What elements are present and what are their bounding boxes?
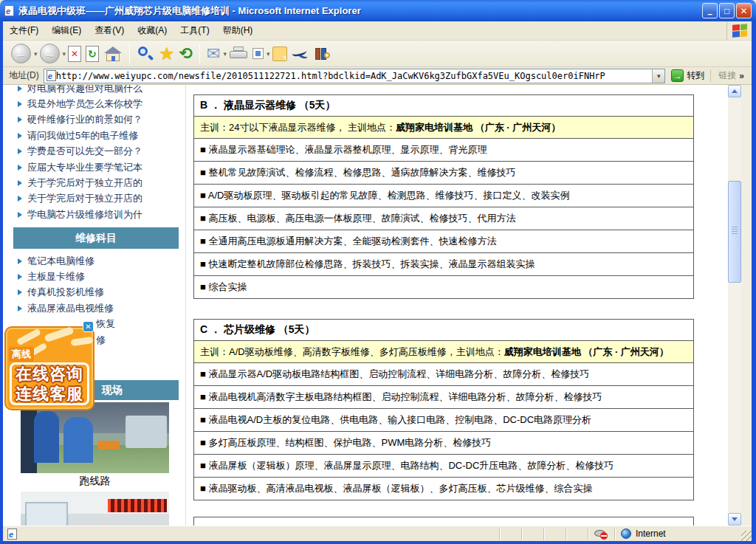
menu-file[interactable]: 文件(F) (3, 21, 45, 40)
sidebar-item-faq[interactable]: 对电脑有兴趣但对电脑什么 (13, 85, 182, 96)
photo-caption: 跑线路 (21, 475, 169, 488)
table-row: ■ A/D驱动板原理、驱动板引起的常见故障、检测思路、维修技巧、接口定义、改装实… (194, 184, 693, 207)
course-table-b: B ． 液晶显示器维修 （5天） 主训：24寸以下液晶显示器维修， 主训地点：威… (193, 94, 694, 299)
back-button[interactable]: ← (9, 42, 33, 66)
table-b-header: B ． 液晶显示器维修 （5天） (194, 95, 693, 116)
back-icon: ← (11, 44, 31, 63)
favorites-button[interactable]: ★ (157, 42, 177, 66)
address-input[interactable]: e http://www.weiyupc.com/newsfile/201051… (44, 69, 666, 83)
ie-page-icon: e (4, 5, 14, 16)
status-main-pane: e (3, 528, 499, 540)
toolbar: ← ▾ → ▾ ✕ ↻ ★ ⟲ ✉ ▾ ▾ (3, 41, 752, 67)
table-row: ■ 快速断定整机故障部位检修思路、拆装技巧、拆装实操、液晶显示器组装实操 (194, 252, 693, 275)
table-row: ■ 液晶屏板（逻辑板）原理、液晶屏显示原理、电路结构、DC-DC升压电路、故障分… (194, 454, 693, 477)
scroll-up-button[interactable] (728, 85, 741, 97)
online-service-ad[interactable]: 离线 在线咨询 连线客服 (4, 326, 94, 410)
sidebar-item-faq[interactable]: 应届大专毕业生要学笔记本 (13, 159, 182, 175)
table-row: ■ 多灯高压板原理、结构框图、保护电路、PWM电路分析、检修技巧 (194, 431, 693, 454)
refresh-button[interactable]: ↻ (83, 42, 101, 66)
sidebar-item-subject[interactable]: 主板显卡维修 (13, 269, 182, 284)
table-c-header: C ． 芯片级维修 （5天） (194, 320, 693, 340)
links-label: 链接 (718, 69, 736, 82)
resize-grip[interactable] (741, 531, 752, 541)
table-c-subheader: 主训：A/D驱动板维修、高清数字板维修、多灯高压板维修，主训地点：威翔家电培训基… (194, 340, 693, 362)
bullet-icon (18, 289, 22, 295)
bullet-icon (18, 148, 22, 154)
sidebar-item-subject[interactable]: 液晶屏液晶电视维修 (13, 300, 182, 316)
training-photo-workbench (21, 402, 169, 473)
menu-edit[interactable]: 编辑(E) (45, 21, 88, 40)
stop-button[interactable]: ✕ (66, 42, 83, 66)
go-label: 转到 (687, 69, 704, 82)
toolbar-separator (129, 44, 130, 63)
sidebar-item-faq[interactable]: 关于学完后对于独立开店的 (13, 191, 182, 207)
ad-close-button[interactable]: ✕ (83, 321, 94, 332)
note-icon (272, 47, 287, 61)
table-row: ■ 液晶驱动板、高清液晶电视板、液晶屏板（逻辑板）、多灯高压板、芯片级维修、综合… (194, 477, 693, 500)
status-pane (566, 528, 588, 540)
mail-button[interactable]: ✉ (205, 42, 222, 66)
search-button[interactable] (134, 42, 157, 66)
messenger-bird-icon (292, 47, 309, 61)
table-row: ■ 液晶电视A/D主板的复位电路、供电电路、输入接口电路、控制电路、DC-DC电… (194, 408, 693, 431)
history-icon: ⟲ (179, 46, 193, 62)
address-bar: 地址(D) e http://www.weiyupc.com/newsfile/… (3, 67, 752, 85)
print-icon (229, 47, 248, 61)
maximize-button[interactable]: □ (719, 3, 735, 18)
favorites-star-icon: ★ (159, 45, 175, 63)
search-icon (137, 45, 154, 63)
menu-bar: 文件(F) 编辑(E) 查看(V) 收藏(A) 工具(T) 帮助(H) (3, 21, 752, 41)
close-button[interactable]: ✕ (736, 3, 752, 18)
menu-view[interactable]: 查看(V) (88, 21, 131, 40)
links-chevron-icon: » (739, 71, 744, 81)
dictionary-button[interactable] (312, 42, 334, 66)
sidebar-item-faq[interactable]: 关于学完后对于独立开店的 (13, 175, 182, 190)
menu-favorites[interactable]: 收藏(A) (131, 21, 173, 40)
go-arrow-icon: → (671, 69, 684, 82)
bullet-icon (18, 258, 22, 264)
windows-logo (726, 21, 752, 40)
window-title: 液晶电视中级班——广州威翔芯片级电脑维修培训 - Microsoft Inter… (18, 4, 702, 18)
table-row: ■ 整机常见故障演试、检修流程、检修思路、通病故障解决方案、维修技巧 (194, 161, 693, 184)
menu-tools[interactable]: 工具(T) (173, 21, 216, 40)
ad-offline-badge: 离线 (9, 347, 34, 362)
minimize-button[interactable]: – (702, 3, 718, 18)
scroll-down-button[interactable] (728, 513, 741, 526)
toolbar-separator (199, 44, 200, 63)
sidebar-item-faq[interactable]: 学费是否可以先交一部分？ (13, 144, 182, 159)
sidebar-item-faq[interactable]: 学电脑芯片级维修培训为什 (13, 207, 182, 222)
go-button[interactable]: → 转到 (665, 69, 710, 82)
home-button[interactable] (101, 42, 125, 66)
edit-icon (252, 48, 264, 59)
vertical-scrollbar[interactable] (728, 85, 741, 526)
course-table-c: C ． 芯片级维修 （5天） 主训：A/D驱动板维修、高清数字板维修、多灯高压板… (193, 319, 694, 500)
ad-text-panel[interactable]: 在线咨询 连线客服 (10, 362, 89, 405)
scrollbar-thumb[interactable] (728, 181, 741, 283)
table-row: ■ 综合实操 (194, 275, 693, 298)
bullet-icon (18, 86, 22, 92)
table-row: ■ 液晶显示器A/D驱动板电路结构框图、启动控制流程、详细电路分析、故障分析、检… (194, 362, 693, 385)
sidebar-item-faq[interactable]: 硬件维修行业的前景如何？ (13, 112, 182, 128)
address-dropdown[interactable]: ▾ (652, 69, 664, 83)
print-button[interactable] (227, 42, 250, 66)
bullet-icon (18, 101, 22, 107)
sidebar-item-faq[interactable]: 我是外地学员怎么来你校学 (13, 96, 182, 111)
table-row: ■ 高压板、电源板、高压电源一体板原理、故障演试、检修技巧、代用方法 (194, 207, 693, 230)
stop-icon: ✕ (68, 46, 81, 62)
page-viewport: 对电脑有兴趣但对电脑什么 我是外地学员怎么来你校学 硬件维修行业的前景如何？ 请… (3, 85, 728, 526)
discuss-button[interactable] (270, 42, 289, 66)
forward-button[interactable]: → (38, 42, 62, 66)
table-b-subheader: 主训：24寸以下液晶显示器维修， 主训地点：威翔家电培训基地 （广东 · 广州天… (194, 116, 693, 138)
sidebar-item-subject[interactable]: 传真机投影机维修 (13, 285, 182, 300)
messenger-button[interactable] (289, 42, 312, 66)
history-button[interactable]: ⟲ (177, 42, 195, 66)
books-magnifier-icon (314, 47, 331, 61)
sidebar-item-faq[interactable]: 请问我做过5年的电子维修 (13, 128, 182, 143)
url-text[interactable]: http://www.weiyupc.com/newsfile/20105111… (56, 71, 605, 81)
address-label: 地址(D) (9, 69, 39, 82)
links-button[interactable]: 链接 » (710, 69, 749, 82)
menu-help[interactable]: 帮助(H) (216, 21, 260, 40)
sidebar-item-subject[interactable]: 笔记本电脑维修 (13, 253, 182, 269)
edit-button[interactable] (250, 42, 266, 66)
arrow-up-icon (732, 89, 738, 93)
